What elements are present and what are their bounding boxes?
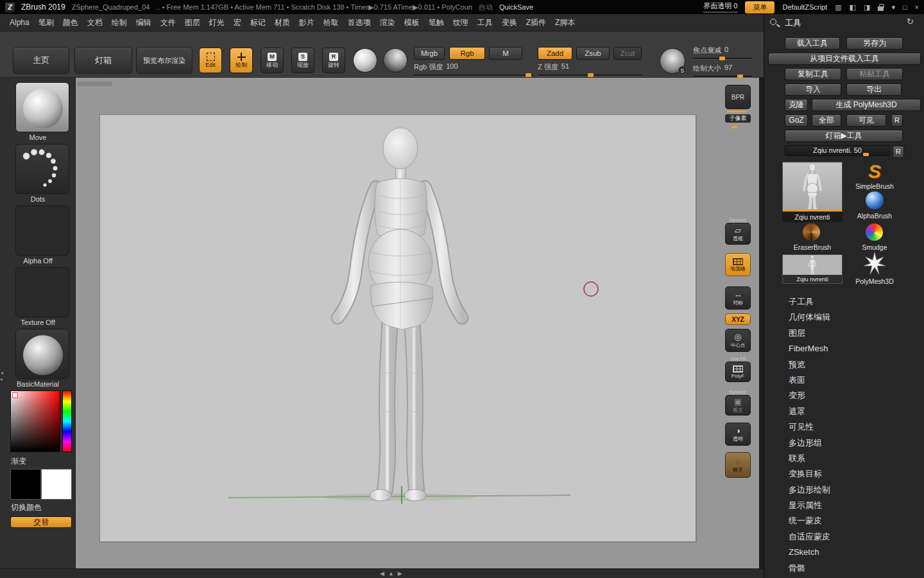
menu-item[interactable]: 颜色 bbox=[58, 15, 83, 30]
menu-item[interactable]: 材质 bbox=[270, 15, 295, 30]
xyz-button[interactable]: XYZ bbox=[724, 313, 751, 325]
color-picker[interactable] bbox=[10, 390, 72, 452]
lock-icon[interactable] bbox=[878, 6, 884, 11]
minimize-icon[interactable]: ▾ bbox=[891, 3, 895, 12]
quicksave-button[interactable]: QuickSave bbox=[499, 3, 533, 11]
rgb-button[interactable]: Rgb bbox=[449, 47, 485, 60]
maximize-icon[interactable]: □ bbox=[903, 3, 907, 11]
current-material-thumbnail[interactable] bbox=[15, 329, 69, 379]
polymesh3d-icon[interactable] bbox=[863, 252, 886, 277]
menu-item[interactable]: 拾取 bbox=[319, 15, 343, 30]
menu-item[interactable]: 宏 bbox=[229, 15, 246, 30]
menu-item[interactable]: 纹理 bbox=[449, 15, 473, 30]
menu-item[interactable]: 图层 bbox=[180, 15, 205, 30]
solo-button[interactable]: Dynamic ▣ 孤立 bbox=[724, 389, 751, 416]
menu-item[interactable]: 文件 bbox=[156, 15, 180, 30]
home-button[interactable]: 主页 bbox=[13, 47, 69, 74]
menu-item[interactable]: Z脚本 bbox=[551, 15, 579, 30]
load-tool-button[interactable]: 载入工具 bbox=[785, 37, 840, 49]
tool-section-header[interactable]: 变形 bbox=[764, 388, 924, 403]
menu-item[interactable]: 工具 bbox=[473, 15, 497, 30]
ghost-button[interactable]: ◌ 幽灵 bbox=[724, 452, 751, 478]
export-button[interactable]: 导出 bbox=[846, 83, 902, 96]
tool-section-header[interactable]: 多边形绘制 bbox=[764, 482, 924, 498]
focal-shift-handle[interactable] bbox=[719, 57, 725, 60]
alphabrush-icon[interactable] bbox=[866, 191, 884, 209]
tool-r-button[interactable]: R bbox=[893, 146, 904, 158]
bpr-render-button[interactable]: BPR bbox=[724, 85, 751, 109]
focal-shift-slider[interactable]: 焦点衰减 0 bbox=[693, 46, 752, 61]
goz-all-button[interactable]: 全部 bbox=[812, 114, 841, 127]
mrgb-button[interactable]: Mrgb bbox=[414, 47, 445, 60]
smudge-icon[interactable] bbox=[866, 223, 883, 241]
document-viewport[interactable] bbox=[99, 114, 696, 542]
tool-section-header[interactable]: 多边形组 bbox=[764, 435, 924, 451]
goz-r-button[interactable]: R bbox=[891, 114, 903, 127]
search-icon[interactable] bbox=[770, 19, 776, 25]
canvas[interactable] bbox=[76, 78, 759, 568]
current-brush-thumbnail[interactable] bbox=[15, 82, 69, 132]
zcut-button[interactable]: Zcut bbox=[613, 47, 642, 60]
frame-center-button[interactable]: ◎ 中心点 bbox=[724, 329, 751, 352]
eraserbrush-icon[interactable] bbox=[803, 223, 820, 241]
copy-tool-button[interactable]: 复制工具 bbox=[785, 68, 841, 80]
alternate-color-button[interactable]: 交替 bbox=[10, 516, 72, 528]
menu-item[interactable]: Alpha bbox=[5, 16, 34, 29]
tool-section-header[interactable]: 联系 bbox=[764, 451, 924, 466]
tool-section-header[interactable]: 变换目标 bbox=[764, 466, 924, 482]
scale-mode-button[interactable]: S 缩放 bbox=[291, 48, 314, 73]
tool-section-header[interactable]: FiberMesh bbox=[764, 341, 924, 356]
canvas-scroll-grip[interactable] bbox=[78, 82, 112, 86]
lightbox-tool-button[interactable]: 灯箱▶工具 bbox=[785, 130, 903, 142]
perspective-button[interactable]: Dynamic ▱ 透视 bbox=[724, 217, 751, 245]
dock-left-icon[interactable]: ◧ bbox=[850, 3, 856, 12]
bottom-scrollbar[interactable]: ◀▲▶ bbox=[0, 568, 764, 578]
current-alpha-thumbnail[interactable] bbox=[15, 206, 69, 256]
tool-section-header[interactable]: 骨骼 bbox=[764, 561, 924, 576]
menu-item[interactable]: 文档 bbox=[83, 15, 107, 30]
zadd-button[interactable]: Zadd bbox=[538, 47, 572, 60]
move-mode-button[interactable]: M 移动 bbox=[261, 48, 284, 73]
draw-size-slider[interactable]: 绘制大小 97 bbox=[693, 64, 752, 79]
tool-section-header[interactable]: 图层 bbox=[764, 326, 924, 341]
polyframe-button[interactable]: Line Fill PolyF bbox=[724, 356, 751, 382]
menu-item[interactable]: 模板 bbox=[400, 15, 424, 30]
make-polymesh3d-button[interactable]: 生成 PolyMesh3D bbox=[812, 99, 921, 111]
tray-divider-arrows[interactable]: ◂▸ bbox=[1, 370, 3, 383]
floor-grid-button[interactable]: 地面格 bbox=[724, 253, 751, 276]
secondary-color-swatch[interactable] bbox=[41, 469, 72, 500]
switch-color-label[interactable]: 切换颜色 bbox=[11, 502, 42, 513]
menu-item[interactable]: 笔触 bbox=[424, 15, 449, 30]
lightbox-button[interactable]: 灯箱 bbox=[74, 47, 132, 74]
main-color-swatch[interactable] bbox=[10, 469, 41, 500]
scroll-up-icon[interactable]: ▲ bbox=[388, 570, 398, 577]
rotate-mode-button[interactable]: R 旋转 bbox=[322, 48, 345, 73]
rgb-intensity-handle[interactable] bbox=[526, 73, 531, 77]
transparency-button[interactable]: ◑ 透明 bbox=[724, 423, 751, 446]
menu-item[interactable]: 首选项 bbox=[343, 15, 375, 30]
ui-opacity-slider[interactable]: 界面透明 0 bbox=[703, 1, 737, 13]
tool-section-header[interactable]: 统一蒙皮 bbox=[764, 513, 924, 529]
import-button[interactable]: 导入 bbox=[785, 83, 841, 96]
tool-name-slider[interactable]: Zqiu nvrenti. 50 bbox=[785, 145, 890, 156]
menu-item[interactable]: Z插件 bbox=[522, 15, 551, 30]
stroke-falloff-dial-icon[interactable]: S bbox=[660, 48, 685, 74]
current-texture-thumbnail[interactable] bbox=[15, 267, 69, 317]
z-intensity-slider[interactable]: Z 强度 51 bbox=[538, 62, 642, 78]
zqiu-tool-thumbnail[interactable]: Zqiu nvrenti bbox=[782, 254, 843, 284]
tool-section-header[interactable]: 可见性 bbox=[764, 419, 924, 435]
tool-section-header[interactable]: 自适应蒙皮 bbox=[764, 529, 924, 545]
zsub-button[interactable]: Zsub bbox=[576, 47, 610, 60]
menu-button[interactable]: 菜单 bbox=[745, 1, 774, 13]
material-sphere-icon[interactable] bbox=[353, 48, 377, 73]
scroll-right-icon[interactable]: ▶ bbox=[398, 570, 406, 577]
refresh-icon[interactable]: ↻ bbox=[907, 17, 914, 26]
active-tool-thumbnail[interactable] bbox=[782, 162, 843, 212]
saturation-value-box[interactable] bbox=[10, 390, 60, 452]
tool-section-header[interactable]: 遮罩 bbox=[764, 404, 924, 419]
tool-section-header[interactable]: 显示属性 bbox=[764, 498, 924, 513]
menu-item[interactable]: 变换 bbox=[497, 15, 522, 30]
save-as-button[interactable]: 另存为 bbox=[846, 37, 903, 49]
tool-section-header[interactable]: 子工具 bbox=[764, 294, 924, 310]
scroll-left-icon[interactable]: ◀ bbox=[380, 570, 388, 577]
